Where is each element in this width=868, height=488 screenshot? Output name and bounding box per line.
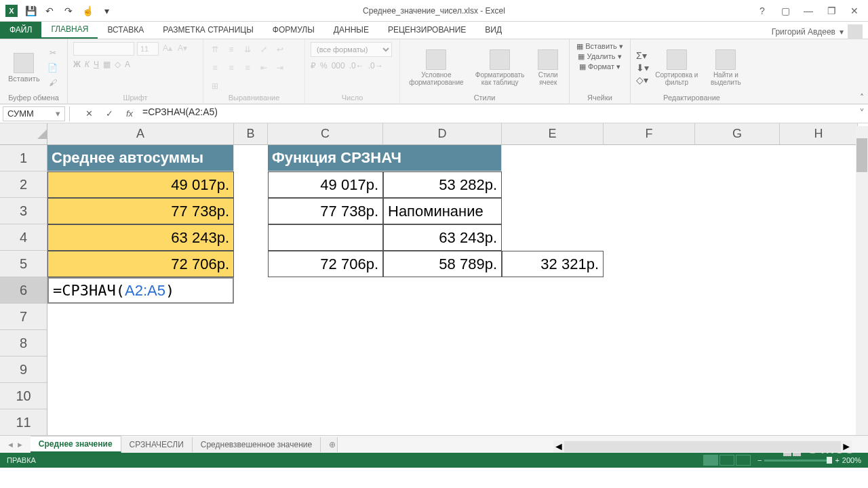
sort-filter-button[interactable]: Сортировка и фильтр [652,48,702,87]
font-size-input[interactable] [137,42,159,56]
column-header-F[interactable]: F [604,123,695,145]
cell-C5[interactable]: 72 706р. [268,251,383,277]
sheet-tab-1[interactable]: Среднее значение [31,436,121,453]
align-bottom-icon[interactable]: ⇊ [241,43,254,56]
new-sheet-button[interactable]: ⊕ [321,437,338,452]
tab-home[interactable]: ГЛАВНАЯ [41,21,98,39]
cancel-formula-icon[interactable]: ✕ [81,106,96,121]
number-format-select[interactable]: (все форматы) [311,42,392,57]
borders-icon[interactable]: ▦ [103,60,111,69]
select-all-corner[interactable] [0,123,47,145]
insert-cells-button[interactable]: ▦ Вставить ▾ [576,42,623,51]
collapse-ribbon-icon[interactable]: ˄ [860,93,864,102]
align-center-icon[interactable]: ≡ [225,62,237,74]
cell-A6-editing[interactable]: =СРЗНАЧ(A2:A5) [47,277,234,304]
cell-D4[interactable]: 63 243р. [383,224,502,251]
clear-icon[interactable]: ◇▾ [636,75,649,85]
expand-formula-bar-icon[interactable]: ˅ [856,107,868,120]
cell-C2[interactable]: 49 017р. [268,171,383,198]
save-icon[interactable]: 💾 [24,5,37,17]
cell-C3[interactable]: 77 738р. [268,198,383,224]
format-painter-icon[interactable]: 🖌 [47,77,59,89]
increase-font-icon[interactable]: A▴ [161,42,174,54]
insert-function-icon[interactable]: fx [122,106,137,121]
row-header-5[interactable]: 5 [0,251,47,277]
increase-indent-icon[interactable]: ⇥ [274,62,286,74]
row-header-3[interactable]: 3 [0,198,47,224]
close-icon[interactable]: ✕ [848,4,861,18]
row-header-1[interactable]: 1 [0,145,47,171]
tab-page-layout[interactable]: РАЗМЕТКА СТРАНИЦЫ [153,21,263,39]
row-header-10[interactable]: 10 [0,383,47,409]
autosum-icon[interactable]: Σ▾ [636,50,649,61]
cell-C4[interactable] [268,224,383,251]
normal-view-icon[interactable] [703,455,718,466]
cell-C1[interactable]: Функция СРЗНАЧ [268,145,502,171]
touch-mode-icon[interactable]: ☝ [81,5,94,17]
font-color-icon[interactable]: A [125,60,130,69]
sheet-tab-3[interactable]: Средневзвешенное значение [193,437,321,452]
horizontal-scrollbar[interactable]: ◄► [553,441,852,453]
enter-formula-icon[interactable]: ✓ [102,106,117,121]
column-header-C[interactable]: C [268,123,383,145]
column-header-E[interactable]: E [502,123,604,145]
align-left-icon[interactable]: ≡ [209,62,221,74]
orientation-icon[interactable]: ⤢ [258,43,270,56]
tab-review[interactable]: РЕЦЕНЗИРОВАНИЕ [378,21,475,39]
minimize-icon[interactable]: — [802,4,815,18]
row-header-11[interactable]: 11 [0,409,47,436]
cell-A4[interactable]: 63 243р. [47,224,234,251]
wrap-text-icon[interactable]: ↩ [274,43,286,56]
format-as-table-button[interactable]: Форматировать как таблицу [469,48,532,87]
cell-A1[interactable]: Среднее автосуммы [47,145,234,171]
sheet-nav[interactable]: ◄ ► [0,441,31,449]
copy-icon[interactable]: 📄 [47,62,59,74]
ribbon-display-icon[interactable]: ▢ [778,4,792,18]
fill-color-icon[interactable]: ◇ [115,60,121,69]
vertical-scrollbar[interactable] [856,126,868,438]
underline-button[interactable]: Ч [94,60,99,69]
currency-icon[interactable]: ₽ [311,61,316,70]
font-name-input[interactable] [73,42,134,56]
merge-icon[interactable]: ⊞ [209,80,221,92]
cell-A2[interactable]: 49 017р. [47,171,234,198]
tab-formulas[interactable]: ФОРМУЛЫ [263,21,324,39]
page-layout-view-icon[interactable] [719,455,734,466]
delete-cells-button[interactable]: ▦ Удалить ▾ [578,52,621,61]
fill-icon[interactable]: ⬇▾ [636,62,649,73]
cut-icon[interactable]: ✂ [47,47,59,59]
column-header-D[interactable]: D [383,123,502,145]
row-header-6[interactable]: 6 [0,277,47,304]
user-account[interactable]: Григорий Авдеев▾ [772,24,863,39]
format-cells-button[interactable]: ▦ Формат ▾ [579,62,620,71]
bold-button[interactable]: Ж [73,60,81,69]
maximize-icon[interactable]: ❐ [825,4,838,18]
increase-decimal-icon[interactable]: .0← [349,61,364,70]
cell-A3[interactable]: 77 738р. [47,198,234,224]
vertical-scroll-thumb[interactable] [856,138,867,172]
page-break-view-icon[interactable] [736,455,751,466]
conditional-formatting-button[interactable]: Условное форматирование [406,48,467,87]
percent-icon[interactable]: % [320,61,328,70]
decrease-font-icon[interactable]: A▾ [176,42,189,54]
column-header-G[interactable]: G [695,123,780,145]
row-header-8[interactable]: 8 [0,330,47,357]
column-header-A[interactable]: A [47,123,234,145]
comma-icon[interactable]: 000 [332,61,345,70]
row-header-7[interactable]: 7 [0,304,47,330]
cell-D3[interactable]: Напоминание [383,198,502,224]
undo-icon[interactable]: ↶ [43,5,56,17]
row-header-2[interactable]: 2 [0,171,47,198]
redo-icon[interactable]: ↷ [62,5,75,17]
qat-dropdown-icon[interactable]: ▾ [100,5,113,17]
tab-view[interactable]: ВИД [475,21,511,39]
find-select-button[interactable]: Найти и выделить [705,48,747,87]
tab-file[interactable]: ФАЙЛ [0,21,41,39]
help-icon[interactable]: ? [755,4,769,18]
row-header-9[interactable]: 9 [0,357,47,383]
paste-button[interactable]: Вставить [5,52,43,84]
align-top-icon[interactable]: ⇈ [209,43,221,56]
align-right-icon[interactable]: ≡ [241,62,254,74]
name-box[interactable]: СУММ▾ [3,106,65,121]
column-header-B[interactable]: B [234,123,268,145]
